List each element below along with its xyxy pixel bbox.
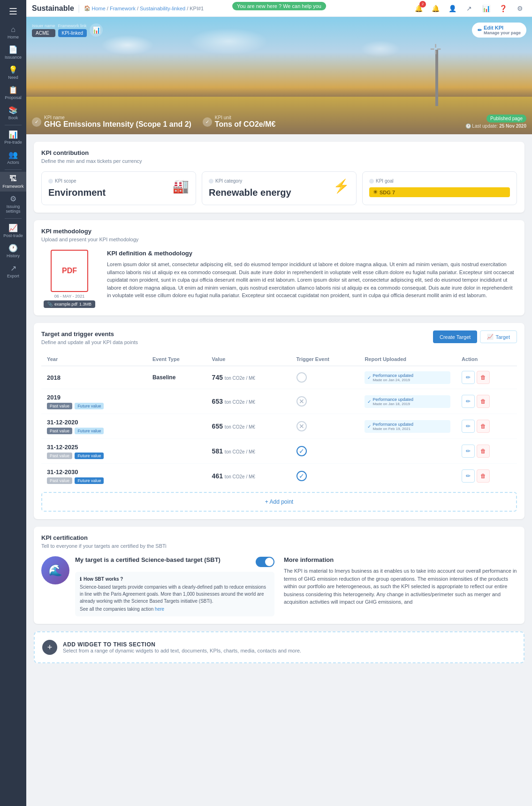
sidebar-item-home[interactable]: ⌂ Home (0, 23, 26, 42)
svg-rect-0 (10, 8, 17, 9)
breadcrumb-sustainability[interactable]: Sustainability-linked (140, 6, 185, 11)
topnav-left: Sustainable | 🏠 Home / Framework / Susta… (32, 3, 204, 13)
methodology-text-block: KPI definition & methodology Lorem ipsum… (107, 250, 517, 299)
breadcrumb-home[interactable]: Home (92, 6, 106, 11)
table-row: 31-12-2025 Past value Future value 581 t… (41, 439, 517, 464)
kpi-scope-dot (48, 179, 53, 184)
framework-label: Framework link (58, 23, 87, 28)
help-banner[interactable]: You are new here ? We can help you (232, 2, 326, 10)
sidebar-item-actors[interactable]: 👥 Actors (0, 147, 26, 168)
book-icon: 📚 (8, 106, 18, 115)
perf-badge: ✓ Performance updated Made on Jan 18, 20… (365, 395, 450, 408)
sidebar-item-export[interactable]: ↗ Export (0, 261, 26, 281)
row-event-type (147, 414, 206, 439)
sidebar-item-framework[interactable]: 🏗 Framework (0, 172, 26, 192)
row-trigger: ✕ (291, 414, 359, 439)
settings-icon[interactable]: ⚙ (513, 2, 526, 15)
hero-section: Issuer name ACME Framework link KPI-link… (26, 17, 532, 134)
edit-button[interactable]: ✏ (462, 469, 475, 483)
kpi-name-block: ✓ KPI name GHG Emissions Intensity (Scop… (32, 115, 191, 129)
add-point-button[interactable]: + Add point (41, 492, 517, 512)
issuer-tag: ACME (32, 29, 55, 37)
methodology-heading: KPI definition & methodology (107, 250, 517, 257)
kpi-category-label: KPI category (209, 178, 350, 184)
edit-kpi-button[interactable]: ✏ Edit KPI Manage your page (472, 23, 526, 38)
check-icon: ✓ (299, 447, 304, 455)
hero-tags: Issuer name ACME Framework link KPI-link… (32, 23, 103, 37)
framework-tag: KPI-linked (58, 29, 87, 37)
kpi-contribution-card: KPI contribution Define the min and max … (34, 142, 524, 213)
target-button[interactable]: 📈 Target (480, 330, 517, 343)
sidebar-divider (5, 125, 22, 125)
row-event-type (147, 389, 206, 414)
perf-badge: ✓ Performance updated Made on Feb 19, 20… (365, 420, 450, 433)
breadcrumb-framework[interactable]: Framework (110, 6, 136, 11)
kpi-goal-label: KPI goal (369, 178, 510, 184)
edit-button[interactable]: ✏ (462, 420, 475, 433)
kpi-methodology-card: KPI methodology Upload and present your … (34, 220, 524, 315)
sidebar-item-issuing-settings[interactable]: ⚙ Issuing settings (0, 192, 26, 216)
delete-button[interactable]: 🗑 (477, 395, 490, 408)
delete-button[interactable]: 🗑 (477, 371, 490, 384)
question-icon[interactable]: ❓ (496, 2, 509, 15)
kpi-methodology-subtitle: Upload and present your KPI methodology (41, 237, 517, 242)
row-value: 655 ton CO2e / M€ (206, 414, 291, 439)
col-trigger: Trigger Event (291, 353, 359, 366)
delete-button[interactable]: 🗑 (477, 445, 490, 458)
hero-analytics-icon: 📊 (90, 23, 103, 37)
sidebar-item-history[interactable]: 🕐 History (0, 241, 26, 261)
sidebar-item-pretrade[interactable]: 📊 Pre-trade (0, 127, 26, 147)
pdf-filename[interactable]: 📎 example.pdf 1.3MB (44, 300, 95, 308)
edit-button[interactable]: ✏ (462, 371, 475, 384)
target-table-header: Year Event Type Value Trigger Event Repo… (41, 353, 517, 366)
action-buttons: ✏ 🗑 (462, 395, 511, 408)
row-trigger: ✕ (291, 389, 359, 414)
certification-inner: 🌊 My target is a certified Science-based… (41, 556, 517, 616)
row-year: 2019 Past value Future value (41, 389, 147, 414)
create-target-button[interactable]: Create Target (433, 330, 477, 343)
notification-bell-icon[interactable]: 🔔 2 (412, 2, 425, 15)
sdg-sun-icon: ☀ (373, 189, 378, 195)
x-icon: ✕ (299, 398, 304, 405)
row-year: 2018 (41, 366, 147, 389)
main-content: Issuer name ACME Framework link KPI-link… (26, 17, 532, 806)
sidebar-item-proposal[interactable]: 📋 Proposal (0, 83, 26, 103)
energy-icon: ⚡ (333, 178, 350, 194)
row-report: ✓ Performance updated Made on Feb 19, 20… (359, 414, 456, 439)
edit-button[interactable]: ✏ (462, 395, 475, 408)
kpi-goal-value: ☀ SDG 7 (369, 187, 510, 197)
proposal-icon: 📋 (8, 85, 18, 94)
breadcrumb: 🏠 Home / Framework / Sustainability-link… (84, 5, 204, 11)
add-widget-section[interactable]: + ADD WIDGET TO THIS SECTION Select from… (34, 631, 524, 663)
row-value: 653 ton CO2e / M€ (206, 389, 291, 414)
edit-button[interactable]: ✏ (462, 445, 475, 458)
notification-alert-icon[interactable]: 🔔 (429, 2, 442, 15)
col-event-type: Event Type (147, 353, 206, 366)
more-info-title: More information (284, 556, 517, 563)
kpi-goal-tile: KPI goal ☀ SDG 7 (362, 171, 517, 205)
sidebar-menu-icon[interactable] (6, 4, 21, 19)
sbt-toggle[interactable] (256, 557, 274, 567)
cert-left: 🌊 My target is a certified Science-based… (41, 556, 274, 616)
chart-icon[interactable]: 📊 (479, 2, 493, 15)
kpi-goal-dot (369, 179, 374, 184)
home-icon: ⌂ (11, 25, 15, 34)
sidebar-item-issuance[interactable]: 📄 Issuance (0, 42, 26, 62)
sidebar-divider-3 (5, 218, 22, 219)
topnav-right: 🔔 2 🔔 👤 ↗ 📊 ❓ ⚙ (412, 2, 526, 15)
past-value-tag: Past value (47, 453, 72, 459)
sidebar-item-book[interactable]: 📚 Book (0, 103, 26, 123)
sidebar-item-need[interactable]: 💡 Need (0, 62, 26, 83)
row-year: 31-12-2020 Past value Future value (41, 414, 147, 439)
environment-icon: 🏭 (173, 178, 189, 194)
delete-button[interactable]: 🗑 (477, 420, 490, 433)
sbt-link[interactable]: here (155, 606, 164, 612)
sbt-text: Science-based targets provide companies … (80, 583, 270, 605)
methodology-inner: PDF 06 - MAY - 2021 📎 example.pdf 1.3MB … (41, 250, 517, 308)
delete-button[interactable]: 🗑 (477, 469, 490, 483)
table-row: 31-12-2030 Past value Future value 461 t… (41, 464, 517, 489)
trigger-circle (296, 372, 307, 383)
share-icon[interactable]: ↗ (463, 2, 476, 15)
sidebar-item-posttrade[interactable]: 📈 Post-trade (0, 221, 26, 241)
user-icon[interactable]: 👤 (446, 2, 459, 15)
